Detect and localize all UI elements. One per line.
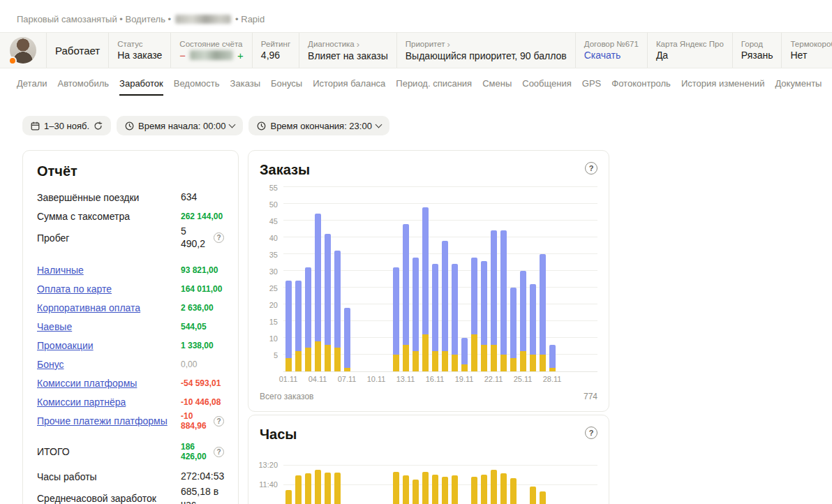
tab-Документы[interactable]: Документы: [775, 78, 822, 96]
priority-label: Приоритет: [406, 40, 445, 48]
orders-bar-23.11: [498, 230, 508, 371]
diagnostics-cell[interactable]: Диагностика › Влияет на заказы: [299, 33, 396, 68]
hours-bar-18.11: [450, 448, 459, 504]
hours-bar-07.11: [342, 448, 352, 504]
orders-ytick: 15: [269, 317, 278, 327]
orders-xtick: 25.11: [514, 375, 533, 383]
report-link[interactable]: Наличные: [37, 265, 181, 276]
orders-xtick: 04.11: [309, 375, 327, 383]
tab-История баланса[interactable]: История баланса: [313, 78, 385, 96]
tab-Фотоконтроль[interactable]: Фотоконтроль: [611, 78, 671, 96]
time-start-filter[interactable]: Время начала: 00:00: [117, 116, 243, 135]
tab-Сообщения[interactable]: Сообщения: [522, 78, 572, 96]
pro-card-cell: Карта Яндекс Про Да: [647, 33, 732, 68]
orders-bar-04.11: [313, 214, 322, 371]
hours-bar-30.11: [567, 448, 577, 504]
report-title: Отчёт: [37, 163, 224, 179]
report-value: 0,00: [181, 360, 197, 369]
report-link[interactable]: Комиссии платформы: [37, 378, 181, 389]
tab-Автомобиль[interactable]: Автомобиль: [58, 78, 110, 96]
help-icon[interactable]: ?: [214, 416, 224, 427]
reset-icon[interactable]: [94, 121, 103, 131]
hours-bar-23.11: [498, 448, 508, 504]
orders-plot: [283, 184, 597, 372]
report-link[interactable]: Прочие платежи платформы: [37, 415, 181, 427]
hours-bar-19.11: [459, 448, 469, 504]
report-value: -10 884,96: [181, 411, 210, 431]
orders-ytick: 5: [274, 350, 278, 360]
hours-bar-05.11: [322, 448, 332, 504]
hours-bar-10.11: [371, 448, 381, 504]
orders-ytick: 35: [269, 250, 278, 260]
work-status-cell: Работает: [46, 33, 108, 68]
report-link[interactable]: Комиссии партнёра: [37, 396, 181, 408]
report-value: 634: [181, 191, 197, 204]
account-balance-cell: Состояние счёта − +: [170, 33, 252, 68]
tab-Заработок[interactable]: Заработок: [119, 78, 163, 96]
orders-xtick: 07.11: [338, 375, 357, 383]
report-link[interactable]: Оплата по карте: [37, 283, 181, 295]
orders-bar-22.11: [489, 230, 498, 371]
tab-Ведомость[interactable]: Ведомость: [174, 78, 220, 96]
increase-balance-button[interactable]: +: [237, 50, 244, 61]
report-total-value: 186 426,00: [181, 442, 210, 461]
orders-ytick: 30: [269, 267, 278, 276]
filters-row: 1–30 нояб. Время начала: 00:00 Время око…: [22, 116, 389, 135]
breadcrumb-prefix: Парковый самозанятый • Водитель •: [17, 14, 171, 24]
hours-bar-06.11: [332, 448, 342, 504]
hours-bar-17.11: [440, 448, 450, 504]
tab-Детали[interactable]: Детали: [17, 78, 47, 96]
report-row: Часы работы272:04:53: [37, 467, 224, 486]
time-end-filter[interactable]: Время окончания: 23:00: [248, 116, 389, 135]
city-cell: Город Рязань: [732, 33, 782, 68]
contract-download-link[interactable]: Скачать: [584, 50, 639, 61]
orders-bar-15.11: [420, 207, 430, 371]
tab-Смены[interactable]: Смены: [482, 78, 512, 96]
report-label: Сумма с таксометра: [37, 211, 181, 222]
hours-bars: [283, 448, 570, 504]
orders-bar-16.11: [430, 264, 440, 371]
hours-bar-08.11: [352, 448, 362, 504]
orders-bars: [283, 184, 570, 371]
chevron-down-icon: [375, 121, 382, 128]
breadcrumb: Парковый самозанятый • Водитель • • Rapi…: [17, 14, 265, 24]
status-cell[interactable]: Статус На заказе: [108, 33, 170, 68]
tab-Бонусы[interactable]: Бонусы: [271, 78, 302, 96]
clock-icon: [257, 121, 266, 131]
help-icon[interactable]: ?: [585, 427, 597, 439]
driver-photo[interactable]: [10, 37, 36, 64]
orders-bar-28.11: [547, 345, 557, 371]
redacted-balance-value: [190, 50, 233, 60]
orders-xtick: 13.11: [396, 375, 415, 383]
help-icon[interactable]: ?: [214, 447, 224, 457]
report-row: Промоакции1 338,00: [37, 336, 224, 355]
report-value: 164 011,00: [181, 284, 222, 294]
report-row: Комиссии партнёра-10 446,08: [37, 392, 224, 411]
date-range-filter[interactable]: 1–30 нояб.: [22, 116, 111, 135]
hours-bar-03.11: [303, 448, 313, 504]
driver-avatar-cell[interactable]: [0, 33, 46, 68]
tab-Период. списания[interactable]: Период. списания: [396, 78, 472, 96]
priority-cell[interactable]: Приоритет › Выдающийся приоритет, 90 бал…: [396, 33, 575, 68]
tab-Заказы[interactable]: Заказы: [230, 78, 260, 96]
hours-bar-04.11: [313, 448, 322, 504]
help-icon[interactable]: ?: [585, 162, 597, 175]
orders-y-axis: 510152025303540455055: [260, 184, 283, 372]
tab-История изменений[interactable]: История изменений: [681, 78, 765, 96]
orders-x-axis: 01.1104.1107.1110.1113.1116.1119.1122.11…: [283, 375, 597, 386]
rating-label: Рейтинг: [261, 40, 290, 48]
report-value: 93 821,00: [181, 265, 218, 275]
tab-GPS[interactable]: GPS: [582, 78, 601, 96]
report-link[interactable]: Чаевые: [37, 321, 181, 332]
report-link[interactable]: Бонус: [37, 359, 181, 370]
hours-bar-25.11: [518, 448, 528, 504]
decrease-balance-button[interactable]: −: [179, 50, 186, 61]
report-row: Оплата по карте164 011,00: [37, 279, 224, 298]
report-row: Пробег5 490,2?: [37, 225, 224, 250]
report-link[interactable]: Корпоративная оплата: [37, 302, 181, 313]
priority-value: Выдающийся приоритет, 90 баллов: [406, 50, 567, 61]
report-value: -10 446,08: [181, 397, 221, 407]
help-icon[interactable]: ?: [214, 232, 224, 243]
report-row: Наличные93 821,00: [37, 260, 224, 279]
report-link[interactable]: Промоакции: [37, 340, 181, 351]
